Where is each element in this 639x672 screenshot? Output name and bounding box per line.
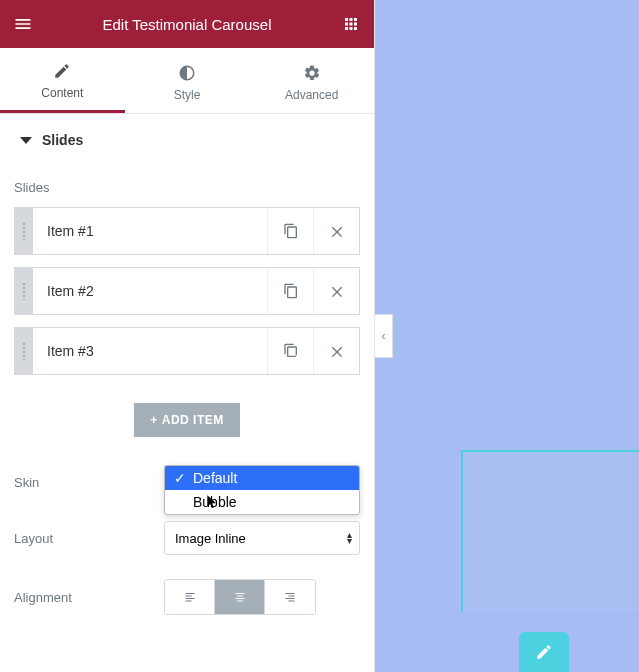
remove-button[interactable]: [313, 208, 359, 254]
slides-label: Slides: [14, 180, 360, 195]
slide-title[interactable]: Item #3: [33, 343, 267, 359]
skin-option-default[interactable]: ✓ Default: [165, 466, 359, 490]
panel-body: Slides Item #1 Item #2 Item #3: [0, 162, 374, 672]
add-item-label: ADD ITEM: [162, 413, 224, 427]
contrast-icon: [178, 64, 196, 82]
collapse-panel-button[interactable]: ‹: [375, 314, 393, 358]
caret-down-icon: [20, 137, 32, 144]
panel-header: Edit Testimonial Carousel: [0, 0, 374, 48]
alignment-label: Alignment: [14, 590, 164, 605]
duplicate-button[interactable]: [267, 328, 313, 374]
tab-label: Advanced: [285, 88, 338, 102]
option-label: Bubble: [193, 494, 237, 510]
align-left-button[interactable]: [165, 580, 215, 614]
tab-style[interactable]: Style: [125, 48, 250, 113]
panel-title: Edit Testimonial Carousel: [34, 16, 340, 33]
layout-label: Layout: [14, 531, 164, 546]
slides-list: Item #1 Item #2 Item #3: [14, 207, 360, 375]
add-item-button[interactable]: + ADD ITEM: [134, 403, 240, 437]
skin-dropdown: ✓ Default ✓ Bubble: [164, 465, 360, 515]
align-center-button[interactable]: [215, 580, 265, 614]
editor-tabs: Content Style Advanced: [0, 48, 374, 114]
widget-selection-frame[interactable]: [461, 450, 639, 612]
menu-icon[interactable]: [12, 13, 34, 35]
slide-item[interactable]: Item #2: [14, 267, 360, 315]
duplicate-button[interactable]: [267, 268, 313, 314]
drag-handle-icon[interactable]: [15, 268, 33, 314]
preview-canvas[interactable]: ‹: [375, 0, 639, 672]
editor-panel: Edit Testimonial Carousel Content Style …: [0, 0, 375, 672]
plus-icon: +: [150, 413, 158, 427]
drag-handle-icon[interactable]: [15, 328, 33, 374]
layout-select[interactable]: Image Inline: [164, 521, 360, 555]
tab-label: Style: [174, 88, 201, 102]
pencil-icon: [53, 62, 71, 80]
section-header-slides[interactable]: Slides: [0, 114, 374, 162]
chevron-left-icon: ‹: [382, 329, 386, 343]
tab-advanced[interactable]: Advanced: [249, 48, 374, 113]
slide-title[interactable]: Item #2: [33, 283, 267, 299]
remove-button[interactable]: [313, 328, 359, 374]
option-label: Default: [193, 470, 237, 486]
alignment-buttons: [164, 579, 316, 615]
slide-item[interactable]: Item #1: [14, 207, 360, 255]
tab-label: Content: [41, 86, 83, 100]
align-right-button[interactable]: [265, 580, 315, 614]
gear-icon: [303, 64, 321, 82]
pencil-icon: [535, 643, 553, 661]
duplicate-button[interactable]: [267, 208, 313, 254]
drag-handle-icon[interactable]: [15, 208, 33, 254]
check-icon: ✓: [173, 470, 187, 486]
slide-item[interactable]: Item #3: [14, 327, 360, 375]
section-title: Slides: [42, 132, 83, 148]
tab-content[interactable]: Content: [0, 48, 125, 113]
edit-widget-fab[interactable]: [519, 632, 569, 672]
slide-title[interactable]: Item #1: [33, 223, 267, 239]
skin-control: Skin ▴▾ ✓ Default ✓ Bubble: [14, 465, 360, 499]
skin-option-bubble[interactable]: ✓ Bubble: [165, 490, 359, 514]
skin-label: Skin: [14, 475, 164, 490]
alignment-control: Alignment: [14, 579, 360, 619]
layout-control: Layout Image Inline ▴▾: [14, 521, 360, 555]
apps-icon[interactable]: [340, 13, 362, 35]
remove-button[interactable]: [313, 268, 359, 314]
